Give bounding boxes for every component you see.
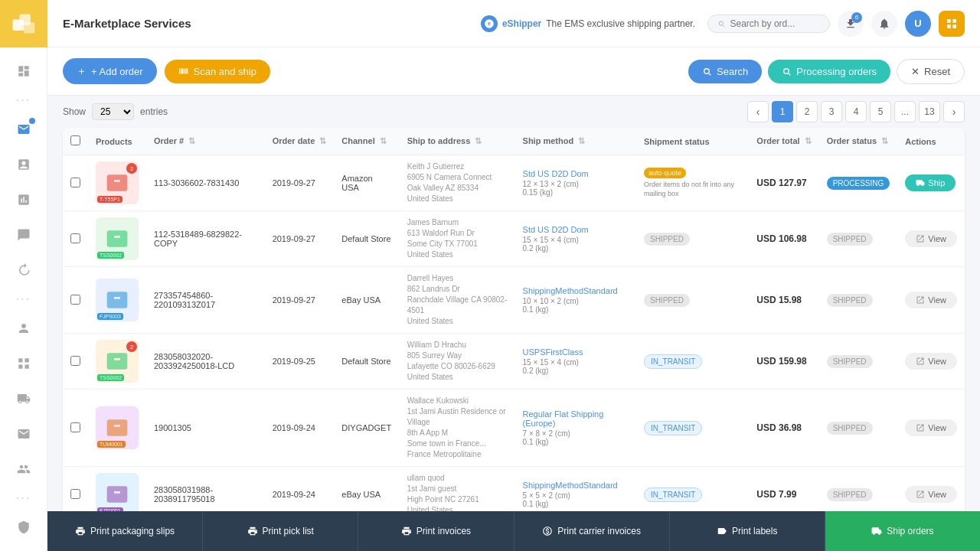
order-date: 2019-09-24: [273, 490, 315, 499]
shipment-status-badge: SHIPPED: [644, 233, 690, 246]
reset-button[interactable]: ✕ Reset: [897, 59, 965, 84]
sidebar-item-grid[interactable]: [8, 347, 40, 380]
app-title: E-Marketplace Services: [63, 17, 469, 30]
print-pick-list-button[interactable]: Print pick list: [203, 511, 358, 551]
print-invoices-button[interactable]: Print invoices: [358, 511, 514, 551]
ship-method: Std US D2D Dom: [523, 225, 629, 234]
download-button[interactable]: 6: [838, 11, 864, 37]
add-order-button[interactable]: ＋ + Add order: [63, 58, 157, 84]
col-products: Products: [88, 128, 146, 155]
order-date: 2019-09-24: [273, 423, 315, 432]
ship-button[interactable]: Ship: [905, 174, 956, 191]
page-13-button[interactable]: 13: [919, 101, 940, 122]
product-tag: FJT0001: [97, 507, 123, 511]
product-cell: FJP0003: [96, 279, 139, 321]
sidebar-item-team[interactable]: [8, 453, 40, 485]
page-2-button[interactable]: 2: [796, 101, 818, 122]
grid-menu-button[interactable]: [939, 11, 965, 37]
order-number: 19001305: [154, 423, 191, 432]
shipment-status-badge: IN_TRANSIT: [644, 421, 702, 435]
sidebar-item-messages[interactable]: [8, 219, 40, 251]
prev-page-button[interactable]: ‹: [747, 101, 769, 122]
row-checkbox[interactable]: [70, 295, 80, 305]
select-all-checkbox[interactable]: [70, 135, 80, 145]
col-order-status: Order status ⇅: [819, 128, 898, 155]
view-action-icon: [916, 357, 925, 366]
page-1-button[interactable]: 1: [772, 101, 793, 122]
entries-select[interactable]: 25 50 100: [92, 103, 134, 120]
sidebar-item-analytics[interactable]: [8, 184, 40, 216]
order-date: 2019-09-27: [273, 295, 315, 305]
ship-dims: 10 × 10 × 2 (cm)0.1 (kg): [523, 297, 629, 314]
ship-dims: 15 × 15 × 4 (cm)0.2 (kg): [523, 236, 629, 253]
main-area: E-Marketplace Services e eShipper The EM…: [47, 0, 980, 551]
order-total: USD 36.98: [756, 422, 802, 433]
table-row: TSS0002 112-5318489-6829822-COPY 2019-09…: [63, 211, 965, 267]
svg-text:e: e: [488, 21, 491, 26]
shipment-status-cell: IN_TRANSIT: [636, 467, 749, 512]
row-checkbox[interactable]: [70, 489, 80, 499]
processing-button[interactable]: Processing orders: [768, 60, 890, 83]
channel: eBay USA: [341, 295, 381, 305]
product-icon: [105, 416, 129, 440]
avatar[interactable]: U: [905, 11, 931, 37]
order-total: USD 106.98: [756, 233, 806, 244]
product-tag: TSS0002: [97, 252, 124, 259]
page-3-button[interactable]: 3: [821, 101, 842, 122]
product-image: FJT0001: [96, 473, 139, 511]
product-cell: TSS0002: [96, 217, 139, 260]
add-icon: ＋: [77, 64, 87, 78]
row-checkbox[interactable]: [70, 422, 80, 432]
order-status-badge: SHIPPED: [827, 355, 873, 368]
ship-orders-button[interactable]: Ship orders: [825, 511, 980, 551]
app-logo[interactable]: [0, 0, 47, 47]
row-checkbox[interactable]: [70, 233, 80, 243]
order-total: USD 127.97: [756, 178, 806, 188]
page-5-button[interactable]: 5: [870, 101, 891, 122]
row-checkbox[interactable]: [70, 178, 80, 187]
view-action-icon: [916, 234, 925, 243]
sidebar-item-settings[interactable]: [8, 511, 40, 543]
next-page-button[interactable]: ›: [943, 101, 965, 122]
order-search-input[interactable]: [730, 18, 820, 29]
print-carrier-invoices-button[interactable]: Print carrier invoices: [514, 511, 670, 551]
order-number: 113-3036602-7831430: [154, 178, 239, 187]
row-checkbox[interactable]: [70, 356, 80, 366]
sidebar-item-history[interactable]: [8, 254, 40, 286]
col-channel: Channel ⇅: [334, 128, 399, 155]
scan-ship-button[interactable]: Scan and ship: [165, 60, 270, 83]
sidebar-item-mail[interactable]: [8, 418, 40, 450]
label-icon: [717, 526, 727, 536]
sidebar-item-shipping[interactable]: [8, 383, 40, 415]
search-button[interactable]: Search: [688, 60, 762, 83]
order-status-badge: SHIPPED: [827, 233, 873, 246]
show-row: Show 25 50 100 entries ‹ 1 2 3 4 5 ...: [63, 96, 965, 128]
ship-dims: 15 × 15 × 4 (cm)0.2 (kg): [523, 358, 629, 375]
view-button[interactable]: View: [905, 230, 957, 247]
notifications-button[interactable]: [871, 11, 897, 37]
search-icon: [717, 19, 726, 28]
print-labels-button[interactable]: Print labels: [670, 511, 825, 551]
print-packaging-slips-button[interactable]: Print packaging slips: [47, 511, 203, 551]
product-cell: 2 T-T55P1: [96, 161, 139, 204]
view-button[interactable]: View: [905, 353, 957, 370]
order-search-box[interactable]: [707, 15, 830, 33]
svg-rect-2: [24, 22, 34, 33]
topnav: E-Marketplace Services e eShipper The EM…: [47, 0, 980, 47]
sidebar-item-products[interactable]: [8, 148, 40, 181]
ship-action-icon: [916, 178, 925, 187]
shipment-status-badge: SHIPPED: [644, 294, 690, 307]
view-button[interactable]: View: [905, 292, 957, 308]
actions-cell: View: [897, 390, 965, 467]
view-button[interactable]: View: [905, 486, 957, 503]
order-date: 2019-09-27: [273, 178, 315, 187]
sidebar-item-users[interactable]: [8, 312, 40, 344]
page-4-button[interactable]: 4: [845, 101, 867, 122]
table-row: TUM0001 19001305 2019-09-24 DIYGADGET Wa…: [63, 390, 965, 467]
sidebar-item-dashboard[interactable]: [8, 55, 40, 87]
actions-cell: View: [897, 267, 965, 334]
sidebar-item-orders[interactable]: [8, 113, 40, 145]
view-button[interactable]: View: [905, 419, 957, 436]
product-image: 2 TSS0002: [96, 340, 139, 383]
channel: eBay USA: [341, 490, 381, 499]
